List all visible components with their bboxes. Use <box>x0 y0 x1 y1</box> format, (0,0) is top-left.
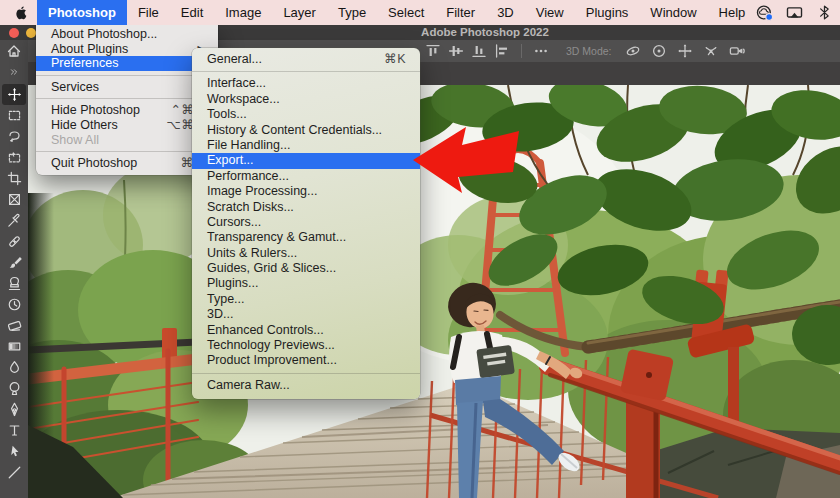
distribute-bottom-icon[interactable] <box>471 43 487 59</box>
object-selection-tool[interactable] <box>2 147 26 168</box>
frame-tool[interactable] <box>2 189 26 210</box>
distribute-left-icon[interactable] <box>494 43 510 59</box>
path-select-tool[interactable] <box>2 441 26 462</box>
photoshop-menu-separator <box>36 94 218 103</box>
menubar-item-edit[interactable]: Edit <box>170 0 214 25</box>
preferences-item-general[interactable]: General...⌘K <box>192 52 420 67</box>
menu-item-label: File Handling... <box>207 138 290 153</box>
preferences-item-plugins[interactable]: Plugins... <box>192 276 420 291</box>
menu-item-label: Interface... <box>207 76 266 91</box>
gradient-tool[interactable] <box>2 336 26 357</box>
screen-mirroring-icon[interactable] <box>786 4 803 21</box>
preferences-submenu: General...⌘KInterface...Workspace...Tool… <box>192 48 420 399</box>
creative-cloud-icon[interactable] <box>756 4 773 21</box>
menubar-item-layer[interactable]: Layer <box>272 0 327 25</box>
menu-item-label: General... <box>207 52 262 67</box>
photoshop-menu-item-about-photoshop[interactable]: About Photoshop... <box>36 27 218 42</box>
menu-item-label: Tools... <box>207 107 247 122</box>
lasso-tool[interactable] <box>2 126 26 147</box>
menubar-item-filter[interactable]: Filter <box>435 0 486 25</box>
preferences-item-export[interactable]: Export... <box>192 153 420 168</box>
menubar-item-help[interactable]: Help <box>708 0 757 25</box>
menubar-item-photoshop[interactable]: Photoshop <box>37 0 127 25</box>
3d-orbit-icon[interactable] <box>625 43 641 59</box>
preferences-item-product-improvement[interactable]: Product Improvement... <box>192 353 420 368</box>
menu-item-label: Hide Others <box>51 118 118 133</box>
clone-stamp-tool[interactable] <box>2 273 26 294</box>
home-icon[interactable] <box>6 43 22 59</box>
3d-camera-icon[interactable] <box>729 43 745 59</box>
crop-tool[interactable] <box>2 168 26 189</box>
menu-item-label: Type... <box>207 292 245 307</box>
bluetooth-icon[interactable] <box>816 4 833 21</box>
preferences-item-scratch-disks[interactable]: Scratch Disks... <box>192 200 420 215</box>
preferences-item-performance[interactable]: Performance... <box>192 169 420 184</box>
distribute-vcenter-icon[interactable] <box>448 43 464 59</box>
menu-item-label: Technology Previews... <box>207 338 335 353</box>
preferences-item-transparency-gamut[interactable]: Transparency & Gamut... <box>192 230 420 245</box>
preferences-item-camera-raw[interactable]: Camera Raw... <box>192 378 420 393</box>
more-icon[interactable] <box>533 43 549 59</box>
apple-menu-icon[interactable] <box>0 0 37 25</box>
menubar-item-3d[interactable]: 3D <box>486 0 525 25</box>
menubar-item-file[interactable]: File <box>127 0 170 25</box>
line-tool[interactable] <box>2 462 26 483</box>
photoshop-menu-item-hide-photoshop[interactable]: Hide Photoshop⌃⌘H <box>36 103 218 118</box>
preferences-item-cursors[interactable]: Cursors... <box>192 215 420 230</box>
type-tool[interactable] <box>2 420 26 441</box>
3d-roll-icon[interactable] <box>651 43 667 59</box>
menubar-item-window[interactable]: Window <box>639 0 707 25</box>
options-divider <box>521 44 522 58</box>
preferences-item-tools[interactable]: Tools... <box>192 107 420 122</box>
menu-bar-items: PhotoshopFileEditImageLayerTypeSelectFil… <box>37 0 756 25</box>
menubar-item-image[interactable]: Image <box>214 0 272 25</box>
preferences-item-units-rulers[interactable]: Units & Rulers... <box>192 246 420 261</box>
brush-tool[interactable] <box>2 252 26 273</box>
preferences-item-technology-previews[interactable]: Technology Previews... <box>192 338 420 353</box>
preferences-item-interface[interactable]: Interface... <box>192 76 420 91</box>
3d-pan-icon[interactable] <box>677 43 693 59</box>
preferences-item-file-handling[interactable]: File Handling... <box>192 138 420 153</box>
healing-tool[interactable] <box>2 231 26 252</box>
menu-item-label: Show All <box>51 133 99 148</box>
menu-item-label: Plugins... <box>207 276 258 291</box>
photoshop-menu-item-about-plugins[interactable]: About Plugins▶ <box>36 42 218 57</box>
photoshop-menu-item-services[interactable]: Services▶ <box>36 80 218 95</box>
screen: PhotoshopFileEditImageLayerTypeSelectFil… <box>0 0 840 498</box>
3d-mode-label: 3D Mode: <box>566 45 612 57</box>
menu-item-label: Cursors... <box>207 215 261 230</box>
move-tool[interactable] <box>2 84 26 105</box>
photoshop-menu-item-quit-photoshop[interactable]: Quit Photoshop⌘Q <box>36 156 218 171</box>
preferences-item-image-processing[interactable]: Image Processing... <box>192 184 420 199</box>
tools-list <box>2 84 26 483</box>
menu-item-label: Image Processing... <box>207 184 317 199</box>
eyedropper-tool[interactable] <box>2 210 26 231</box>
photoshop-menu-item-preferences[interactable]: Preferences▶ <box>36 56 218 71</box>
preferences-item-guides-grid-slices[interactable]: Guides, Grid & Slices... <box>192 261 420 276</box>
photoshop-menu-item-hide-others[interactable]: Hide Others⌥⌘H <box>36 118 218 133</box>
pen-tool[interactable] <box>2 399 26 420</box>
menubar-item-plugins[interactable]: Plugins <box>575 0 640 25</box>
menu-bar: PhotoshopFileEditImageLayerTypeSelectFil… <box>0 0 840 25</box>
menubar-item-type[interactable]: Type <box>327 0 377 25</box>
preferences-item-enhanced-controls[interactable]: Enhanced Controls... <box>192 323 420 338</box>
menu-item-label: 3D... <box>207 307 233 322</box>
3d-slide-icon[interactable] <box>703 43 719 59</box>
preferences-separator <box>192 369 420 378</box>
menubar-item-view[interactable]: View <box>525 0 575 25</box>
eraser-tool[interactable] <box>2 315 26 336</box>
preferences-item-workspace[interactable]: Workspace... <box>192 92 420 107</box>
blur-tool[interactable] <box>2 357 26 378</box>
menu-item-label: Units & Rulers... <box>207 246 297 261</box>
expand-panel-icon[interactable] <box>8 66 20 78</box>
preferences-item-3d[interactable]: 3D... <box>192 307 420 322</box>
distribute-top-icon[interactable] <box>425 43 441 59</box>
history-brush-tool[interactable] <box>2 294 26 315</box>
options-left-icons <box>425 43 549 59</box>
options-3d-icons <box>625 43 745 59</box>
preferences-item-history-content-credentials[interactable]: History & Content Credentials... <box>192 123 420 138</box>
dodge-tool[interactable] <box>2 378 26 399</box>
marquee-tool[interactable] <box>2 105 26 126</box>
preferences-item-type[interactable]: Type... <box>192 292 420 307</box>
menubar-item-select[interactable]: Select <box>377 0 435 25</box>
